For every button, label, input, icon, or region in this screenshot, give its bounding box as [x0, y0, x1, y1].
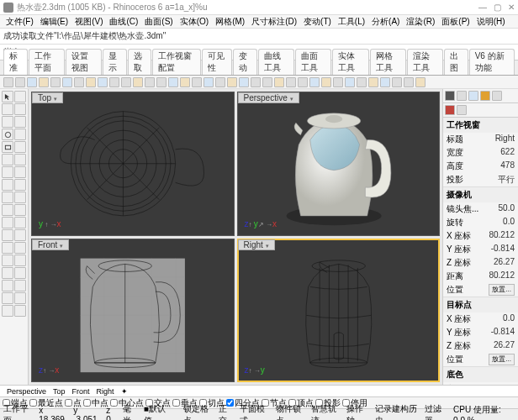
prop-value[interactable]: 478 [500, 160, 515, 172]
menu-dimension[interactable]: 尺寸标注(D) [249, 16, 299, 28]
tool-move-icon[interactable] [2, 229, 13, 241]
menu-analyze[interactable]: 分析(A) [369, 16, 402, 28]
tab-curve-tools[interactable]: 曲线工具 [258, 49, 294, 75]
tool-scale-icon[interactable] [2, 242, 13, 254]
tab-v6-new[interactable]: V6 的新功能 [469, 49, 515, 75]
prop-value[interactable]: 26.27 [494, 340, 515, 352]
tool-sphere-icon[interactable] [14, 192, 26, 203]
tab-mesh-tools[interactable]: 网格工具 [370, 49, 406, 75]
minimize-button[interactable]: — [478, 3, 487, 12]
prop-value[interactable]: 50.0 [499, 203, 515, 215]
viewport-top[interactable]: Top▾ y ↑ →x [31, 92, 235, 236]
tool-split-icon[interactable] [2, 267, 13, 279]
display-tab-icon[interactable] [468, 91, 478, 101]
menu-curve[interactable]: 曲线(C) [107, 16, 140, 28]
toolbar-btn-icon[interactable] [274, 77, 284, 87]
camera-icon[interactable] [445, 105, 455, 115]
tool-explode-icon[interactable] [2, 280, 13, 291]
tool-cylinder-icon[interactable] [2, 204, 13, 216]
tool-polygon-icon[interactable] [14, 141, 26, 153]
tool-extrude-icon[interactable] [2, 179, 13, 191]
toolbar-copy-icon[interactable] [62, 77, 72, 87]
place-button[interactable]: 放置... [489, 354, 515, 365]
dropdown-icon[interactable]: ▾ [266, 243, 269, 249]
menu-transform[interactable]: 变动(T) [301, 16, 334, 28]
prop-value[interactable]: 80.212 [489, 270, 515, 282]
tool-render-icon[interactable] [2, 305, 13, 317]
tab-surface-tools[interactable]: 曲面工具 [295, 49, 331, 75]
vtab-top[interactable]: Top [53, 387, 66, 396]
toolbar-btn-icon[interactable] [404, 77, 414, 87]
tool-boolean-icon[interactable] [2, 217, 13, 228]
toolbar-btn-icon[interactable] [345, 77, 355, 87]
tool-rectangle-icon[interactable] [2, 141, 13, 153]
menu-solid[interactable]: 实体(O) [177, 16, 211, 28]
tool-surface-icon[interactable] [2, 166, 13, 178]
toolbar-btn-icon[interactable] [204, 77, 214, 87]
toolbar-btn-icon[interactable] [286, 77, 296, 87]
toolbar-btn-icon[interactable] [262, 77, 272, 87]
status-filter[interactable]: 过滤器 [425, 403, 447, 421]
toolbar-btn-icon[interactable] [333, 77, 343, 87]
viewport-perspective[interactable]: Perspective▾ z↑ y↗ →x [237, 92, 441, 236]
vtab-front[interactable]: Front [72, 387, 90, 396]
prop-value[interactable]: 0.0 [503, 313, 515, 325]
toolbar-btn-icon[interactable] [321, 77, 331, 87]
menu-mesh[interactable]: 网格(M) [213, 16, 247, 28]
prop-value[interactable]: Right [495, 134, 515, 145]
status-units[interactable]: 毫米 [123, 403, 137, 421]
toolbar-btn-icon[interactable] [215, 77, 225, 87]
tab-transform[interactable]: 变动 [233, 49, 257, 75]
vtab-perspective[interactable]: Perspective [7, 387, 46, 396]
status-layer[interactable]: ■默认值 [144, 403, 170, 421]
status-gridsnap[interactable]: 锁定格点 [183, 403, 212, 421]
status-cplane[interactable]: 工作平面 [3, 403, 32, 421]
tool-polyline-icon[interactable] [2, 116, 13, 128]
toolbar-btn-icon[interactable] [145, 77, 155, 87]
tab-standard[interactable]: 标准 [3, 49, 28, 75]
tool-analyze-icon[interactable] [14, 292, 26, 304]
tool-ellipse-icon[interactable] [2, 154, 13, 165]
tool-point-icon[interactable] [2, 103, 13, 115]
tool-text-icon[interactable] [14, 154, 26, 165]
menu-view[interactable]: 视图(V) [72, 16, 105, 28]
dropdown-icon[interactable]: ▾ [290, 96, 293, 102]
toolbar-btn-icon[interactable] [121, 77, 131, 87]
osnap-perp-check[interactable] [172, 399, 180, 407]
tab-viewport-layout[interactable]: 工作视窗配置 [152, 49, 201, 75]
viewport-front[interactable]: Front▾ z↑ →x [31, 239, 235, 383]
maximize-button[interactable]: ▢ [494, 3, 501, 12]
toolbar-new-icon[interactable] [3, 77, 13, 87]
toolbar-btn-icon[interactable] [309, 77, 320, 87]
panel-tab-icon[interactable] [492, 91, 502, 101]
prop-value[interactable]: 0.0 [503, 217, 515, 228]
tool-circle-icon[interactable] [2, 129, 13, 140]
tab-select[interactable]: 选取 [128, 49, 152, 75]
tool-box-icon[interactable] [2, 192, 13, 203]
panel-btn-icon[interactable] [457, 105, 467, 115]
properties-tab-icon[interactable] [445, 91, 455, 101]
tab-solid-tools[interactable]: 实体工具 [332, 49, 368, 75]
menu-file[interactable]: 文件(F) [3, 16, 36, 28]
tool-misc-icon[interactable] [14, 305, 26, 317]
dropdown-icon[interactable]: ▾ [60, 243, 63, 249]
tool-mirror-icon[interactable] [14, 242, 26, 254]
vtab-right[interactable]: Right [97, 387, 114, 396]
menu-tools[interactable]: 工具(L) [336, 16, 367, 28]
tool-fillet-icon[interactable] [14, 217, 26, 228]
tab-cplane[interactable]: 工作平面 [29, 49, 65, 75]
toolbar-btn-icon[interactable] [415, 77, 426, 87]
toolbar-btn-icon[interactable] [298, 77, 308, 87]
tool-array-icon[interactable] [2, 255, 13, 266]
status-history[interactable]: 记录建构历史 [375, 403, 418, 421]
toolbar-btn-icon[interactable] [239, 77, 249, 87]
tool-cone-icon[interactable] [14, 204, 26, 216]
tool-trim-icon[interactable] [14, 255, 26, 266]
tool-arc-icon[interactable] [14, 129, 26, 140]
viewport-label-right[interactable]: Right▾ [238, 239, 275, 250]
prop-value[interactable]: 80.212 [489, 230, 515, 242]
tool-pointer-icon[interactable] [2, 91, 13, 102]
menu-surface[interactable]: 曲面(S) [142, 16, 175, 28]
tool-group-icon[interactable] [14, 280, 26, 291]
toolbar-btn-icon[interactable] [109, 77, 119, 87]
